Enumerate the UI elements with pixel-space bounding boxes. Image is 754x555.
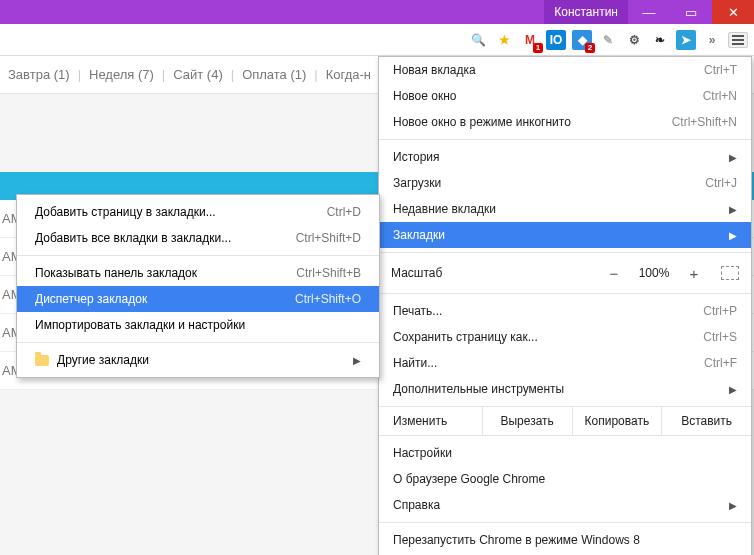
filter-tab[interactable]: Сайт (4) [165, 67, 230, 82]
separator [17, 342, 379, 343]
shortcut: Ctrl+J [705, 176, 737, 190]
filter-tab[interactable]: Оплата (1) [234, 67, 314, 82]
cut-button[interactable]: Вырезать [483, 407, 573, 435]
chrome-main-menu: Новая вкладка Ctrl+T Новое окно Ctrl+N Н… [378, 56, 752, 555]
fullscreen-icon[interactable] [721, 266, 739, 280]
new-tab[interactable]: Новая вкладка Ctrl+T [379, 57, 751, 83]
new-incognito-window[interactable]: Новое окно в режиме инкогнито Ctrl+Shift… [379, 109, 751, 135]
separator [379, 252, 751, 253]
telegram-icon[interactable]: ➤ [676, 30, 696, 50]
cog-icon[interactable]: ⚙ [624, 30, 644, 50]
separator [379, 522, 751, 523]
zoom-row: Масштаб − 100% + [379, 257, 751, 289]
shortcut: Ctrl+Shift+B [296, 266, 361, 280]
shortcut: Ctrl+Shift+N [672, 115, 737, 129]
import-bookmarks[interactable]: Импортировать закладки и настройки [17, 312, 379, 338]
find[interactable]: Найти... Ctrl+F [379, 350, 751, 376]
add-all-tabs-to-bookmarks[interactable]: Добавить все вкладки в закладки... Ctrl+… [17, 225, 379, 251]
separator [379, 293, 751, 294]
zoom-label: Масштаб [391, 266, 599, 280]
maximize-button[interactable]: ▭ [670, 0, 712, 24]
help[interactable]: Справка ▶ [379, 492, 751, 518]
history[interactable]: История ▶ [379, 144, 751, 170]
zoom-minus-button[interactable]: − [599, 262, 629, 284]
shortcut: Ctrl+N [703, 89, 737, 103]
titlebar: Константин — ▭ ✕ [0, 0, 754, 24]
chevron-right-icon: ▶ [729, 500, 737, 511]
more-tools[interactable]: Дополнительные инструменты ▶ [379, 376, 751, 402]
shortcut: Ctrl+D [327, 205, 361, 219]
badge: 1 [533, 43, 543, 53]
filter-tab[interactable]: Когда-н [318, 67, 379, 82]
badge: 2 [585, 43, 595, 53]
print[interactable]: Печать... Ctrl+P [379, 298, 751, 324]
magnifier-icon[interactable]: 🔍 [468, 30, 488, 50]
chevron-right-icon: ▶ [729, 384, 737, 395]
chevron-right-icon: ▶ [729, 204, 737, 215]
shortcut: Ctrl+P [703, 304, 737, 318]
tag-icon[interactable]: ◆2 [572, 30, 592, 50]
zoom-value: 100% [629, 266, 679, 280]
close-button[interactable]: ✕ [712, 0, 754, 24]
chevron-right-icon: ▶ [729, 230, 737, 241]
shortcut: Ctrl+F [704, 356, 737, 370]
shortcut: Ctrl+Shift+D [296, 231, 361, 245]
extensions-toolbar: 🔍★M1IO◆2✎⚙❧➤» [0, 24, 754, 56]
recent-tabs[interactable]: Недавние вкладки ▶ [379, 196, 751, 222]
filter-tab[interactable]: Неделя (7) [81, 67, 162, 82]
chevron-right-icon: ▶ [353, 355, 361, 366]
bookmark-manager[interactable]: Диспетчер закладок Ctrl+Shift+O [17, 286, 379, 312]
show-bookmarks-bar[interactable]: Показывать панель закладок Ctrl+Shift+B [17, 260, 379, 286]
zoom-plus-button[interactable]: + [679, 262, 709, 284]
about-chrome[interactable]: О браузере Google Chrome [379, 466, 751, 492]
edit-label: Изменить [379, 407, 483, 435]
user-button[interactable]: Константин [544, 0, 628, 24]
copy-button[interactable]: Копировать [573, 407, 663, 435]
shortcut: Ctrl+T [704, 63, 737, 77]
filter-tab[interactable]: Завтра (1) [0, 67, 78, 82]
bookmarks-submenu: Добавить страницу в закладки... Ctrl+D Д… [16, 194, 380, 378]
downloads[interactable]: Загрузки Ctrl+J [379, 170, 751, 196]
shortcut: Ctrl+Shift+O [295, 292, 361, 306]
other-bookmarks[interactable]: Другие закладки ▶ [17, 347, 379, 373]
save-page-as[interactable]: Сохранить страницу как... Ctrl+S [379, 324, 751, 350]
bookmarks-menu[interactable]: Закладки ▶ [379, 222, 751, 248]
separator [17, 255, 379, 256]
io-icon[interactable]: IO [546, 30, 566, 50]
minimize-button[interactable]: — [628, 0, 670, 24]
evernote-icon[interactable]: ❧ [650, 30, 670, 50]
menu-icon[interactable] [728, 32, 748, 48]
paste-button[interactable]: Вставить [662, 407, 751, 435]
separator [379, 139, 751, 140]
relaunch-windows8[interactable]: Перезапустить Chrome в режиме Windows 8 [379, 527, 751, 553]
gmail-icon[interactable]: M1 [520, 30, 540, 50]
new-window[interactable]: Новое окно Ctrl+N [379, 83, 751, 109]
add-page-to-bookmarks[interactable]: Добавить страницу в закладки... Ctrl+D [17, 199, 379, 225]
folder-icon [35, 355, 49, 366]
pencil-icon[interactable]: ✎ [598, 30, 618, 50]
shortcut: Ctrl+S [703, 330, 737, 344]
settings[interactable]: Настройки [379, 440, 751, 466]
edit-row: Изменить Вырезать Копировать Вставить [379, 406, 751, 436]
overflow-icon[interactable]: » [702, 30, 722, 50]
star-icon[interactable]: ★ [494, 30, 514, 50]
chevron-right-icon: ▶ [729, 152, 737, 163]
